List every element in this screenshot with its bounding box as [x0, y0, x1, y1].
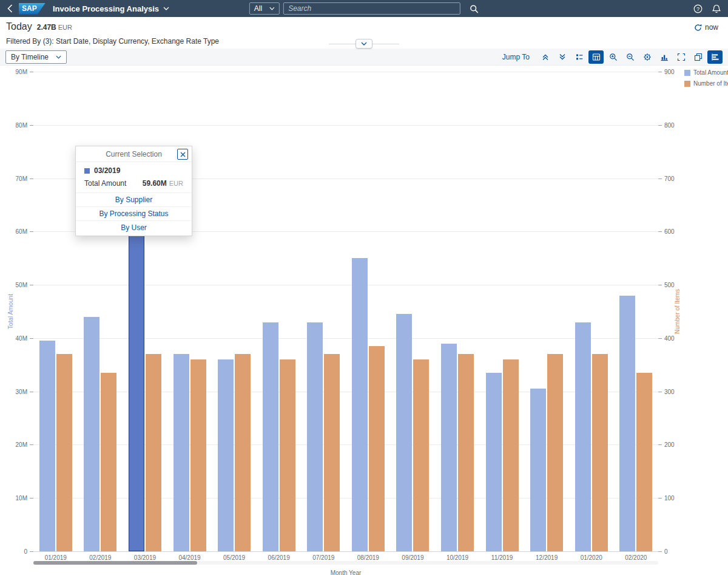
bar-group-07-2019: [301, 72, 346, 551]
expand-header-icon[interactable]: [554, 50, 570, 64]
bar-number-of-items-01-2019[interactable]: [56, 354, 72, 551]
x-axis-label-06-2019: 06/2019: [257, 554, 302, 561]
bar-group-04-2019: [167, 72, 212, 551]
x-axis-title: Month Year: [33, 570, 658, 575]
kpi-value: 2.47B: [37, 23, 56, 32]
popover-link-by-supplier[interactable]: By Supplier: [76, 193, 192, 207]
refresh-label: now: [705, 23, 718, 32]
x-axis-label-01-2020: 01/2020: [569, 554, 614, 561]
bar-total-amount-11-2019[interactable]: [486, 373, 502, 551]
bar-number-of-items-11-2019[interactable]: [503, 359, 519, 551]
bar-total-amount-04-2019[interactable]: [174, 354, 189, 551]
legend-item-number-of-items[interactable]: Number of Items: [684, 80, 728, 87]
y-axis-title-right: Number of Items: [674, 289, 681, 334]
chart-toolbar: By Timeline Jump To: [0, 49, 728, 66]
bar-group-11-2019: [480, 72, 525, 551]
bar-number-of-items-10-2019[interactable]: [458, 354, 474, 551]
shell-right-actions: ?: [693, 4, 721, 13]
bar-total-amount-02-2020[interactable]: [619, 296, 635, 551]
bar-total-amount-12-2019[interactable]: [530, 389, 546, 551]
search-icon[interactable]: [470, 4, 479, 13]
bar-number-of-items-03-2019[interactable]: [146, 354, 161, 551]
popover-link-by-user[interactable]: By User: [76, 221, 192, 236]
app-title-menu[interactable]: Invoice Processing Analysis: [53, 4, 169, 13]
view-by-select[interactable]: By Timeline: [5, 50, 67, 64]
settings-gear-icon[interactable]: [639, 50, 655, 64]
metric-value: 59.60M: [143, 179, 167, 188]
bar-number-of-items-01-2020[interactable]: [592, 354, 608, 551]
bar-total-amount-07-2019[interactable]: [307, 322, 323, 551]
bar-group-12-2019: [524, 72, 569, 551]
jump-to-link[interactable]: Jump To: [502, 53, 530, 61]
y-axis-tick-left: 20M: [16, 441, 27, 448]
bar-number-of-items-06-2019[interactable]: [280, 359, 295, 551]
refresh-control[interactable]: now: [694, 23, 718, 32]
chevron-down-icon: [56, 55, 61, 59]
x-axis-labels: 01/201902/201903/201904/201905/201906/20…: [33, 554, 658, 561]
notifications-bell-icon[interactable]: [712, 4, 721, 13]
back-button[interactable]: [7, 4, 13, 13]
bar-total-amount-01-2019[interactable]: [39, 341, 55, 551]
bar-number-of-items-02-2019[interactable]: [101, 373, 116, 551]
bar-total-amount-10-2019[interactable]: [441, 344, 457, 551]
y-axis-tick-right: 700: [664, 175, 675, 182]
chart-legend: Total Amount Number of Items: [684, 69, 728, 91]
current-selection-popover: Current Selection 03/2019 Total Amount 5…: [75, 146, 192, 236]
legend-item-total-amount[interactable]: Total Amount: [684, 69, 728, 76]
fullscreen-icon[interactable]: [673, 50, 689, 64]
kpi-unit: EUR: [58, 24, 72, 31]
popover-selection-row: 03/2019: [76, 162, 192, 177]
bar-group-03-2019: [123, 72, 167, 551]
sap-logo-text: SAP: [22, 4, 37, 13]
bar-total-amount-02-2019[interactable]: [84, 317, 99, 551]
plot-area: 90M90080M80070M70060M60050M50040M40030M3…: [33, 72, 658, 551]
bar-total-amount-08-2019[interactable]: [352, 258, 368, 551]
bar-number-of-items-07-2019[interactable]: [324, 354, 340, 551]
toolbar-actions: Jump To: [502, 50, 723, 64]
x-axis-label-10-2019: 10/2019: [435, 554, 480, 561]
popover-title: Current Selection: [106, 150, 162, 158]
bar-total-amount-01-2020[interactable]: [575, 322, 591, 551]
metric-label: Total Amount: [84, 179, 126, 188]
collapse-header-button[interactable]: [356, 39, 372, 49]
bar-number-of-items-09-2019[interactable]: [413, 359, 429, 551]
y-axis-tick-left: 90M: [16, 69, 27, 75]
bar-total-amount-06-2019[interactable]: [263, 322, 278, 551]
show-table-icon[interactable]: [588, 50, 604, 64]
sap-logo[interactable]: SAP: [19, 3, 46, 15]
y-axis-tick-right: 500: [664, 282, 675, 288]
bar-total-amount-09-2019[interactable]: [396, 314, 412, 551]
scrollbar-thumb[interactable]: [33, 561, 197, 565]
y-axis-tick-left: 60M: [16, 228, 27, 235]
popover-close-button[interactable]: [177, 149, 188, 160]
legend-icon[interactable]: [571, 50, 587, 64]
bar-number-of-items-05-2019[interactable]: [235, 354, 251, 551]
y-axis-tick-right: 200: [664, 441, 675, 448]
help-icon[interactable]: ?: [693, 4, 703, 13]
bar-number-of-items-12-2019[interactable]: [547, 354, 563, 551]
collapse-header-icon[interactable]: [538, 50, 553, 64]
search-input[interactable]: [283, 2, 460, 15]
bar-number-of-items-08-2019[interactable]: [369, 346, 385, 551]
bar-total-amount-05-2019[interactable]: [218, 359, 234, 551]
page-header: Today 2.47B EUR Filtered By (3): Start D…: [0, 17, 728, 49]
bar-group-08-2019: [346, 72, 391, 551]
popover-link-by-processing-status[interactable]: By Processing Status: [76, 207, 192, 221]
chevron-down-icon: [269, 7, 275, 10]
bar-total-amount-03-2019[interactable]: [129, 234, 144, 551]
x-axis-label-12-2019: 12/2019: [524, 554, 569, 561]
app-title: Invoice Processing Analysis: [53, 4, 159, 13]
zoom-out-icon[interactable]: [622, 50, 638, 64]
y-axis-tick-left: 70M: [16, 175, 27, 182]
shell-search-group: All: [249, 2, 479, 15]
column-chart-icon[interactable]: [656, 50, 672, 64]
multi-view-icon[interactable]: [690, 50, 706, 64]
bar-number-of-items-04-2019[interactable]: [190, 359, 206, 551]
zoom-in-icon[interactable]: [605, 50, 621, 64]
search-scope-select[interactable]: All: [249, 2, 280, 15]
selected-category: 03/2019: [94, 166, 120, 175]
bar-number-of-items-02-2020[interactable]: [636, 373, 652, 551]
legend-label: Number of Items: [693, 80, 728, 87]
horizontal-bar-chart-icon[interactable]: [707, 50, 723, 64]
y-axis-tick-left: 30M: [16, 388, 27, 395]
